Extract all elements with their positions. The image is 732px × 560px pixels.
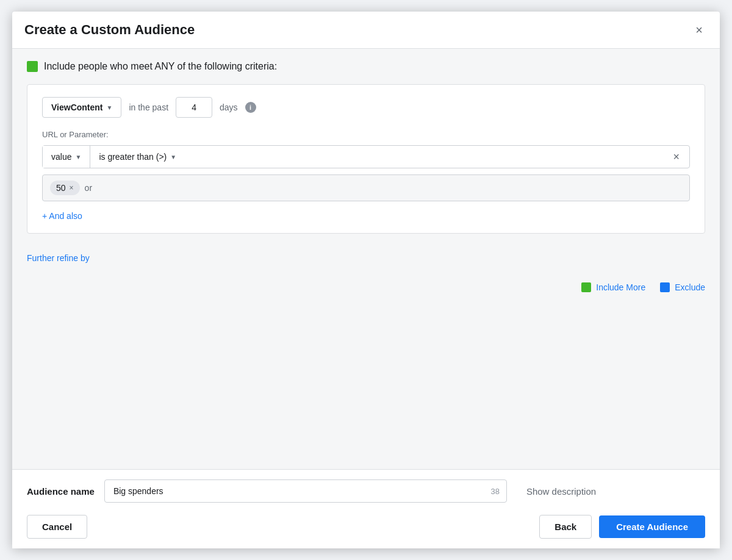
create-custom-audience-modal: Create a Custom Audience × Include peopl… [12,12,720,548]
further-refine-link[interactable]: Further refine by [27,253,90,263]
show-description-button[interactable]: Show description [526,486,596,497]
in-the-past-text: in the past [129,102,168,112]
back-button[interactable]: Back [539,515,592,539]
cancel-button[interactable]: Cancel [27,515,87,539]
event-dropdown[interactable]: ViewContent ▼ [42,97,121,118]
include-more-label: Include More [596,282,645,292]
audience-name-input[interactable] [104,479,507,503]
condition-chevron: ▼ [170,154,176,160]
char-count: 38 [490,487,499,496]
audience-name-label: Audience name [27,486,95,497]
param-row: value ▼ is greater than (>) ▼ × [42,145,690,168]
remove-condition-button[interactable]: × [668,148,684,166]
value-row: 50 × or [42,174,690,201]
event-dropdown-label: ViewContent [51,102,103,112]
and-also-link[interactable]: + And also [42,211,82,221]
exclude-button[interactable]: Exclude [660,282,705,292]
include-icon [27,61,38,72]
right-actions: Back Create Audience [539,515,705,539]
include-more-button[interactable]: Include More [581,282,645,292]
condition-dropdown[interactable]: is greater than (>) ▼ [90,146,185,168]
exclude-label: Exclude [675,282,705,292]
modal-header: Create a Custom Audience × [12,12,720,49]
days-text: days [220,102,238,112]
modal-title: Create a Custom Audience [24,22,195,38]
condition-dropdown-label: is greater than (>) [99,152,167,162]
include-more-icon [581,282,591,292]
event-row: ViewContent ▼ in the past days i [42,97,690,118]
url-param-label: URL or Parameter: [42,130,690,139]
param-chevron: ▼ [75,154,81,160]
tag-remove-button[interactable]: × [70,184,74,192]
audience-name-input-wrap: 38 [104,479,507,503]
include-criteria-row: Include people who meet ANY of the follo… [27,61,705,72]
modal-footer: Audience name 38 Show description Cancel… [12,469,720,548]
param-dropdown[interactable]: value ▼ [43,146,90,168]
event-dropdown-chevron: ▼ [107,104,113,111]
value-tag-text: 50 [56,183,66,193]
footer-actions: Cancel Back Create Audience [27,515,705,539]
or-text: or [85,183,92,193]
param-condition-container: value ▼ is greater than (>) ▼ × [42,145,690,168]
modal-body: Include people who meet ANY of the follo… [12,49,720,469]
audience-name-row: Audience name 38 Show description [27,479,705,503]
info-icon[interactable]: i [245,102,256,113]
create-audience-button[interactable]: Create Audience [599,515,705,538]
days-input[interactable] [176,97,212,118]
exclude-icon [660,282,670,292]
include-criteria-text: Include people who meet ANY of the follo… [44,61,277,72]
include-more-row: Include More Exclude [27,273,705,292]
value-tag: 50 × [50,181,80,195]
criteria-card: ViewContent ▼ in the past days i URL or … [27,84,705,234]
param-dropdown-label: value [51,152,71,162]
close-button[interactable]: × [691,21,708,38]
